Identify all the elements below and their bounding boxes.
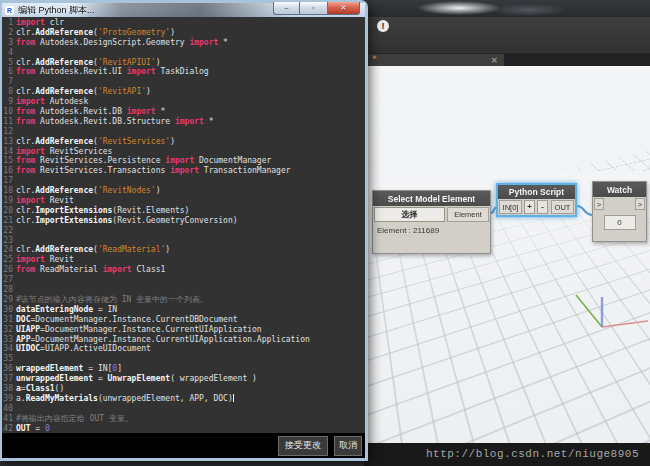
code-line[interactable]: 28 xyxy=(2,285,365,295)
node-wires xyxy=(364,66,650,443)
accept-changes-button[interactable]: 接受更改 xyxy=(278,436,328,456)
code-line[interactable]: 29#该节点的输入内容将存储为 IN 变量中的一个列表。 xyxy=(2,295,365,305)
minimize-button[interactable]: – xyxy=(273,2,300,15)
code-line[interactable]: 18clr.AddReference('RevitNodes') xyxy=(2,186,365,196)
code-line[interactable]: 7 xyxy=(2,77,365,87)
line-number: 8 xyxy=(2,87,16,97)
node-title: Select Model Element xyxy=(373,191,490,206)
line-number: 29 xyxy=(2,295,16,305)
line-number: 21 xyxy=(2,216,16,226)
line-number: 23 xyxy=(2,236,16,246)
line-number: 4 xyxy=(2,48,16,58)
line-number: 37 xyxy=(2,374,16,384)
code-line[interactable]: 32UIAPP=DocumentManager.Instance.Current… xyxy=(2,325,365,335)
line-number: 18 xyxy=(2,186,16,196)
code-line[interactable]: 24clr.AddReference('ReadMaterial') xyxy=(2,245,365,255)
code-line[interactable]: 9import Autodesk xyxy=(2,97,365,107)
window-controls: – ▫ ✕ xyxy=(273,2,360,15)
code-line[interactable]: 42OUT = 0 xyxy=(2,424,365,433)
code-line[interactable]: 12 xyxy=(2,127,365,137)
code-line[interactable]: 36wrappedElement = IN[0] xyxy=(2,364,365,374)
code-line[interactable]: 5clr.AddReference('RevitAPIUI') xyxy=(2,58,365,68)
output-port-out[interactable]: OUT xyxy=(551,200,574,214)
dynamo-canvas[interactable]: Select Model Element 选择 Element Element … xyxy=(364,66,650,443)
code-editor[interactable]: 1import clr2clr.AddReference('ProtoGeome… xyxy=(2,17,365,433)
line-number: 12 xyxy=(2,127,16,137)
code-line[interactable]: 40 xyxy=(2,404,365,414)
line-number: 41 xyxy=(2,414,16,424)
code-line[interactable]: 16from RevitServices.Transactions import… xyxy=(2,166,365,176)
line-number: 39 xyxy=(2,394,16,404)
line-number: 32 xyxy=(2,325,16,335)
line-number: 10 xyxy=(2,107,16,117)
code-line[interactable]: 23 xyxy=(2,236,365,246)
line-number: 5 xyxy=(2,58,16,68)
code-line[interactable]: 27 xyxy=(2,275,365,285)
watch-input-port[interactable]: > xyxy=(594,198,604,210)
code-line[interactable]: 6from Autodesk.Revit.UI import TaskDialo… xyxy=(2,67,365,77)
maximize-button[interactable]: ▫ xyxy=(300,2,327,15)
input-port-in0[interactable]: IN[0] xyxy=(499,200,522,214)
code-line[interactable]: 33APP=DocumentManager.Instance.CurrentUI… xyxy=(2,335,365,345)
code-line[interactable]: 17 xyxy=(2,176,365,186)
line-number: 38 xyxy=(2,384,16,394)
editor-titlebar[interactable]: R 编辑 Python 脚本... – ▫ ✕ xyxy=(2,3,365,17)
line-number: 11 xyxy=(2,117,16,127)
code-line[interactable]: 21clr.ImportExtensions(Revit.GeometryCon… xyxy=(2,216,365,226)
watch-output-port[interactable]: > xyxy=(635,198,645,210)
close-button[interactable]: ✕ xyxy=(327,2,360,15)
workspace-tab[interactable]: * × xyxy=(366,54,504,66)
line-number: 7 xyxy=(2,77,16,87)
cancel-button[interactable]: 取消 xyxy=(334,436,362,456)
code-line[interactable]: 38a=Class1() xyxy=(2,384,365,394)
code-line[interactable]: 35 xyxy=(2,354,365,364)
code-line[interactable]: 37unwrappedElement = UnwrapElement( wrap… xyxy=(2,374,365,384)
code-line[interactable]: 3from Autodesk.DesignScript.Geometry imp… xyxy=(2,38,365,48)
line-number: 17 xyxy=(2,176,16,186)
line-number: 40 xyxy=(2,404,16,414)
editor-title: 编辑 Python 脚本... xyxy=(18,4,95,17)
line-number: 6 xyxy=(2,67,16,77)
screen: ! * × Select Model Element xyxy=(0,0,650,466)
code-line[interactable]: 19import Revit xyxy=(2,196,365,206)
code-line[interactable]: 34UIDOC=UIAPP.ActiveUIDocument xyxy=(2,344,365,354)
line-number: 15 xyxy=(2,156,16,166)
code-line[interactable]: 2clr.AddReference('ProtoGeometry') xyxy=(2,28,365,38)
code-line[interactable]: 11from Autodesk.Revit.DB.Structure impor… xyxy=(2,117,365,127)
code-line[interactable]: 14import RevitServices xyxy=(2,147,365,157)
code-line[interactable]: 15from RevitServices.Persistence import … xyxy=(2,156,365,166)
selected-element-value: Element : 211689 xyxy=(373,223,490,238)
add-input-button[interactable]: + xyxy=(524,200,535,214)
dynamo-titlebar-blurred xyxy=(364,0,650,17)
watch-value: 0 xyxy=(604,215,636,230)
dynamo-toolbar: ! xyxy=(364,17,650,54)
code-line[interactable]: 8clr.AddReference('RevitAPI') xyxy=(2,87,365,97)
node-python-script[interactable]: Python Script IN[0] + - OUT xyxy=(496,183,577,217)
code-line[interactable]: 13clr.AddReference('RevitServices') xyxy=(2,137,365,147)
code-line[interactable]: 10from Autodesk.Revit.DB import * xyxy=(2,107,365,117)
code-line[interactable]: 30dataEnteringNode = IN xyxy=(2,305,365,315)
node-watch[interactable]: Watch > > 0 xyxy=(592,181,647,242)
code-line[interactable]: 31DOC=DocumentManager.Instance.CurrentDB… xyxy=(2,315,365,325)
line-number: 30 xyxy=(2,305,16,315)
text-caret xyxy=(233,394,234,402)
remove-input-button[interactable]: - xyxy=(537,200,548,214)
line-number: 13 xyxy=(2,137,16,147)
code-line[interactable]: 26from ReadMaterial import Class1 xyxy=(2,265,365,275)
code-line[interactable]: 20clr.ImportExtensions(Revit.Elements) xyxy=(2,206,365,216)
output-port-element[interactable]: Element xyxy=(447,207,489,222)
line-number: 24 xyxy=(2,245,16,255)
code-line[interactable]: 25import Revit xyxy=(2,255,365,265)
tab-close-icon[interactable]: × xyxy=(490,55,498,65)
line-number: 35 xyxy=(2,354,16,364)
code-line[interactable]: 41#将输出内容指定给 OUT 变量。 xyxy=(2,414,365,424)
node-select-model-element[interactable]: Select Model Element 选择 Element Element … xyxy=(372,190,491,254)
code-line[interactable]: 1import clr xyxy=(2,18,365,28)
code-line[interactable]: 39a.ReadMyMaterials(unwrappedElement, AP… xyxy=(2,394,365,404)
line-number: 27 xyxy=(2,275,16,285)
select-element-button[interactable]: 选择 xyxy=(374,207,445,222)
code-line[interactable]: 22 xyxy=(2,226,365,236)
code-lines: 1import clr2clr.AddReference('ProtoGeome… xyxy=(2,18,365,433)
alert-icon[interactable]: ! xyxy=(377,20,389,32)
code-line[interactable]: 4 xyxy=(2,48,365,58)
